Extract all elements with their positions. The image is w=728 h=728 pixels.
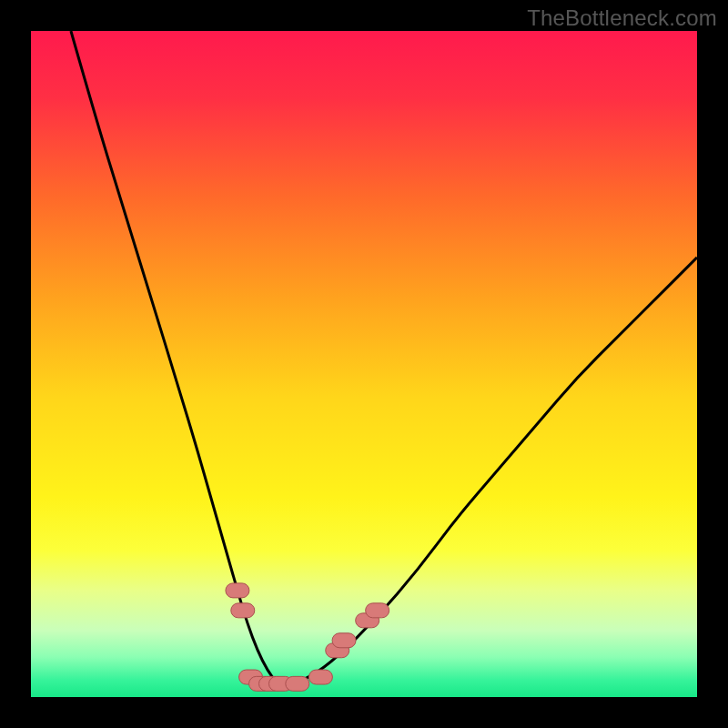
gradient-background bbox=[31, 31, 697, 697]
outer-frame: TheBottleneck.com bbox=[0, 0, 728, 728]
data-marker bbox=[231, 603, 255, 618]
data-marker bbox=[308, 670, 332, 684]
plot-area bbox=[31, 31, 697, 697]
data-marker bbox=[332, 633, 356, 648]
data-marker bbox=[366, 603, 389, 618]
data-marker bbox=[226, 583, 249, 598]
chart-svg bbox=[31, 31, 697, 697]
watermark-text: TheBottleneck.com bbox=[527, 5, 717, 31]
data-marker bbox=[286, 676, 309, 691]
